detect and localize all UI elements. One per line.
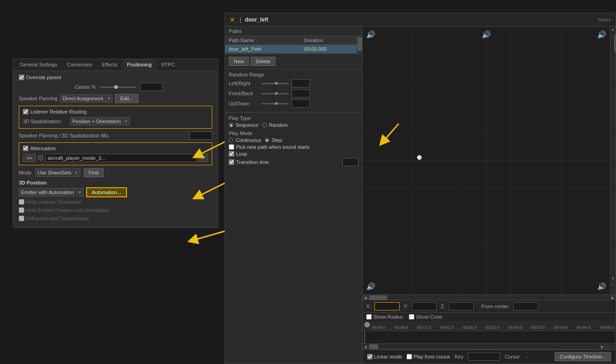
right-header: ✕ | door_left Notes [225, 13, 616, 27]
key-input[interactable]: 00:00.000 [468, 353, 500, 361]
up-down-slider[interactable] [261, 103, 289, 104]
front-back-input[interactable]: 0 [292, 89, 310, 98]
tab-rtpc[interactable]: RTPC [157, 59, 180, 71]
hold-emitter-row: Hold Emitter Position and Orientation [19, 207, 212, 213]
vscroll-down[interactable]: ▼ [611, 276, 615, 282]
hscroll-right[interactable]: ▶ [610, 295, 616, 300]
new-delete-row: New Delete [225, 54, 362, 69]
hscroll-left[interactable]: ◀ [363, 295, 368, 300]
override-parent-label[interactable]: Override parent [19, 75, 61, 80]
random-option[interactable]: Random [262, 122, 288, 128]
hold-listener-label[interactable]: Hold Listener Orientation [19, 199, 82, 205]
linear-mode-checkbox[interactable] [367, 354, 373, 359]
play-from-cursor-checkbox[interactable] [407, 354, 412, 359]
hold-emitter-label[interactable]: Hold Emitter Position and Orientation [19, 207, 109, 213]
speaker-panning-select[interactable]: Direct Assignment [60, 94, 112, 103]
tl-zoom-plus[interactable]: + [605, 344, 610, 349]
delete-btn[interactable]: Delete [251, 57, 275, 66]
position-select[interactable]: Emitter with Automation [19, 188, 83, 196]
pick-new-path-label[interactable]: Pick new path when sound starts [229, 144, 310, 150]
up-down-input[interactable]: 0 [292, 99, 310, 108]
show-cone-checkbox[interactable] [409, 314, 414, 320]
speaker-panning-label: Speaker Panning [19, 96, 57, 101]
transition-time-checkbox[interactable] [229, 159, 234, 165]
transition-time-label[interactable]: Transition time [229, 159, 269, 165]
configure-timeline-btn[interactable]: Configure Timeline... [555, 352, 611, 361]
loop-label[interactable]: Loop [229, 151, 247, 157]
mix-input[interactable]: 100 [189, 131, 212, 140]
tl-hscroll-left[interactable]: ◀ [363, 344, 368, 349]
hold-emitter-checkbox[interactable] [19, 207, 24, 213]
automation-btn[interactable]: Automation... [86, 187, 127, 197]
left-panel: General Settings Conversion Effects Posi… [13, 59, 218, 228]
tab-general-settings[interactable]: General Settings [15, 59, 62, 71]
zoom-plus-btn[interactable]: + [612, 282, 614, 288]
show-cone-label[interactable]: Show Cone [409, 314, 442, 320]
listener-relative-label[interactable]: Listener Relative Routing [23, 109, 208, 114]
right-content: Paths Path Name Duration door_lef [225, 27, 616, 364]
attenuation-checkbox[interactable] [23, 146, 28, 151]
speaker-tl: 🔊 [366, 30, 375, 39]
timeline-cursor-handle[interactable] [364, 322, 370, 327]
v-grid-line-1 [412, 27, 412, 294]
play-mode-title: Play Mode [229, 130, 358, 136]
listener-relative-checkbox[interactable] [23, 109, 28, 114]
show-radius-text: Show Radius [374, 314, 403, 320]
tab-effects[interactable]: Effects [98, 59, 122, 71]
linear-mode-check[interactable]: Linear mode [367, 354, 402, 359]
from-center-input[interactable]: 0 [513, 302, 539, 310]
paths-scrollbar[interactable]: ▲ ▼ [357, 36, 362, 54]
loop-checkbox[interactable] [229, 151, 234, 157]
timeline-track[interactable] [363, 331, 616, 344]
diffraction-label[interactable]: Diffraction and Transmission [19, 216, 90, 221]
x-input[interactable]: -100 [374, 302, 400, 310]
tl-hscroll-row: ◀ ▶ + − [363, 344, 616, 349]
front-back-slider[interactable] [261, 93, 289, 94]
tab-positioning[interactable]: Positioning [122, 59, 157, 71]
tl-hscroll-thumb [369, 344, 378, 349]
play-from-cursor-check[interactable]: Play from cursor [407, 354, 450, 359]
new-btn[interactable]: New [229, 57, 249, 66]
center-pct-slider[interactable] [99, 87, 136, 88]
zoom-minus-btn[interactable]: − [612, 288, 614, 294]
z-input[interactable]: 0 [449, 302, 474, 310]
ruler-container: 00:00.0 00:00.5 00:01.0 00:01.5 00:02.0 … [363, 321, 616, 331]
tl-hscroll-right[interactable]: ▶ [600, 344, 605, 349]
loop-row: Loop [229, 151, 358, 157]
front-back-thumb [275, 92, 278, 95]
sequence-option[interactable]: Sequence [229, 122, 258, 128]
speaker-panning-row: Speaker Panning Direct Assignment Edit..… [19, 94, 212, 103]
col-duration: Duration [301, 36, 357, 45]
left-right-slider[interactable] [261, 83, 289, 84]
random-range-title: Random Range [229, 72, 358, 77]
mode-select[interactable]: Use ShareSets [35, 168, 80, 177]
diffraction-row: Diffraction and Transmission [19, 216, 212, 221]
hold-listener-checkbox[interactable] [19, 199, 24, 205]
spatialization-select-wrap: Position + Orientation [70, 117, 130, 125]
attenuation-export-btn[interactable]: ↗ [198, 153, 208, 162]
spatialization-select[interactable]: Position + Orientation [70, 117, 130, 125]
hscroll-row: ◀ ▶ [363, 294, 616, 300]
xyz-row: X: -100 Y: 0 Z: 0 From center: 0 [363, 300, 616, 312]
mode-find-btn[interactable]: Find [84, 168, 104, 177]
pick-new-path-checkbox[interactable] [229, 144, 234, 150]
y-input[interactable]: 0 [412, 302, 437, 310]
override-parent-checkbox[interactable] [19, 75, 24, 80]
tab-conversion[interactable]: Conversion [62, 59, 98, 71]
show-radius-label[interactable]: Show Radius [366, 314, 403, 320]
center-pct-input[interactable]: 0 [140, 83, 163, 91]
attenuation-back-btn[interactable]: >> [23, 154, 36, 162]
continuous-option[interactable]: Continuous [229, 137, 261, 143]
left-right-input[interactable]: 0 [292, 79, 310, 87]
show-radius-checkbox[interactable] [366, 314, 372, 320]
path-point-marker[interactable] [417, 155, 422, 160]
diffraction-checkbox[interactable] [19, 216, 24, 221]
vscroll-up[interactable]: ▲ [611, 27, 615, 33]
tl-zoom-minus[interactable]: − [610, 344, 616, 349]
scroll-down-arrow[interactable]: ▼ [357, 47, 362, 53]
speaker-panning-edit-btn[interactable]: Edit... [115, 94, 138, 103]
step-option[interactable]: Step [265, 137, 282, 143]
table-row[interactable]: door_left_Path 00:05.000 [225, 45, 357, 54]
attenuation-label[interactable]: Attenuation [23, 146, 208, 151]
transition-time-input[interactable]: 1 [342, 158, 358, 166]
